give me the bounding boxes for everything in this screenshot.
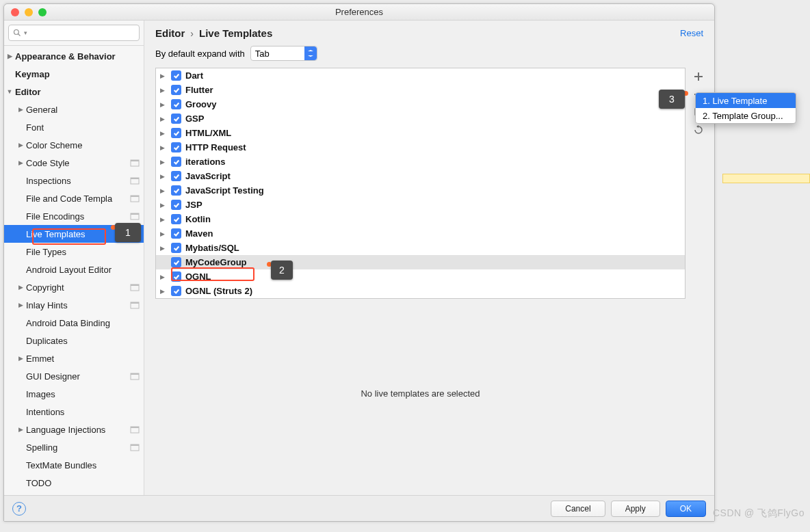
preferences-window: Preferences ▾ Appearance & BehaviorKeyma… (3, 3, 715, 522)
expand-arrow-icon: ▶ (160, 187, 167, 194)
tree-item-images[interactable]: Images (4, 385, 144, 403)
add-button[interactable] (691, 69, 706, 84)
group-checkbox[interactable] (171, 99, 181, 109)
tree-item-label: Keymap (15, 69, 50, 79)
tree-item-label: Inlay Hints (26, 300, 68, 310)
expand-arrow-icon: ▶ (160, 230, 167, 237)
tree-item-copyright[interactable]: Copyright (4, 278, 144, 296)
tree-item-label: Copyright (26, 282, 64, 293)
group-row-kotlin[interactable]: ▶Kotlin (156, 212, 685, 226)
tree-item-label: Intentions (26, 407, 64, 417)
group-row-ognl-struts-2-[interactable]: ▶OGNL (Struts 2) (156, 284, 685, 298)
svg-rect-13 (131, 284, 139, 286)
group-checkbox[interactable] (171, 228, 181, 239)
group-row-ognl[interactable]: ▶OGNL (156, 269, 685, 284)
group-checkbox[interactable] (171, 157, 181, 167)
template-groups-list[interactable]: ▶Dart▶Flutter▶Groovy▶GSP▶HTML/XML▶HTTP R… (155, 68, 685, 299)
group-checkbox[interactable] (171, 200, 181, 210)
group-checkbox[interactable] (171, 214, 181, 224)
tree-item-label: Android Layout Editor (26, 265, 112, 275)
project-config-icon (130, 300, 140, 310)
group-row-flutter[interactable]: ▶Flutter (156, 83, 685, 97)
tree-item-font[interactable]: Font (4, 118, 144, 136)
tree-item-textmate-bundles[interactable]: TextMate Bundles (4, 456, 144, 474)
tree-item-general[interactable]: General (4, 101, 144, 118)
tree-item-inspections[interactable]: Inspections (4, 172, 144, 189)
group-row-http-request[interactable]: ▶HTTP Request (156, 140, 685, 155)
group-checkbox[interactable] (171, 185, 181, 196)
tree-item-label: Emmet (26, 354, 54, 364)
menu-item-live-template[interactable]: 1. Live Template (696, 93, 796, 108)
tree-item-spelling[interactable]: Spelling (4, 438, 144, 456)
group-row-mycodegroup[interactable]: MyCodeGroup (156, 255, 685, 269)
tree-item-language-injections[interactable]: Language Injections (4, 421, 144, 438)
tree-item-todo[interactable]: TODO (4, 474, 144, 492)
tree-item-file-types[interactable]: File Types (4, 243, 144, 261)
tree-item-label: TextMate Bundles (26, 460, 96, 470)
revert-button[interactable] (691, 122, 706, 137)
tree-item-label: Live Templates (26, 229, 85, 239)
expand-with-combo[interactable]: Tab (250, 46, 317, 61)
apply-button[interactable]: Apply (611, 501, 660, 517)
group-checkbox[interactable] (171, 243, 181, 253)
tree-item-label: Appearance & Behavior (15, 51, 116, 62)
search-icon (13, 29, 21, 37)
group-row-javascript-testing[interactable]: ▶JavaScript Testing (156, 183, 685, 198)
search-input[interactable]: ▾ (8, 25, 140, 41)
tree-item-emmet[interactable]: Emmet (4, 349, 144, 367)
group-checkbox[interactable] (171, 257, 181, 267)
tree-item-label: TODO (26, 478, 51, 488)
group-row-groovy[interactable]: ▶Groovy (156, 97, 685, 111)
group-name: GSP (185, 114, 204, 124)
menu-item-template-group[interactable]: 2. Template Group... (696, 108, 796, 123)
expand-label: By default expand with (155, 49, 245, 59)
tree-item-editor[interactable]: Editor (4, 83, 144, 101)
tree-item-code-style[interactable]: Code Style (4, 154, 144, 172)
group-checkbox[interactable] (171, 70, 181, 81)
tree-item-color-scheme[interactable]: Color Scheme (4, 136, 144, 154)
group-checkbox[interactable] (171, 128, 181, 138)
callout-2: 2 (271, 261, 293, 280)
group-row-dart[interactable]: ▶Dart (156, 68, 685, 83)
cancel-button[interactable]: Cancel (551, 501, 605, 517)
group-row-javascript[interactable]: ▶JavaScript (156, 169, 685, 183)
project-config-icon (130, 211, 140, 221)
group-row-iterations[interactable]: ▶iterations (156, 155, 685, 169)
tree-item-label: Color Scheme (26, 140, 82, 150)
group-row-html-xml[interactable]: ▶HTML/XML (156, 126, 685, 140)
tree-item-gui-designer[interactable]: GUI Designer (4, 367, 144, 385)
expand-arrow-icon: ▶ (160, 288, 167, 295)
tree-item-android-data-binding[interactable]: Android Data Binding (4, 314, 144, 332)
project-config-icon (130, 176, 140, 185)
group-checkbox[interactable] (171, 286, 181, 296)
tree-item-file-and-code-templa[interactable]: File and Code Templa (4, 189, 144, 207)
group-checkbox[interactable] (171, 114, 181, 124)
svg-rect-21 (131, 444, 139, 446)
project-config-icon (130, 158, 140, 168)
breadcrumb-root[interactable]: Editor (155, 27, 185, 39)
project-config-icon (130, 282, 140, 292)
group-row-gsp[interactable]: ▶GSP (156, 111, 685, 126)
tree-item-inlay-hints[interactable]: Inlay Hints (4, 296, 144, 314)
svg-rect-9 (131, 213, 139, 215)
tree-item-appearance-behavior[interactable]: Appearance & Behavior (4, 47, 144, 65)
group-row-jsp[interactable]: ▶JSP (156, 198, 685, 212)
help-button[interactable]: ? (12, 502, 26, 516)
svg-point-0 (14, 30, 19, 35)
group-row-maven[interactable]: ▶Maven (156, 226, 685, 241)
reset-link[interactable]: Reset (680, 28, 703, 38)
group-checkbox[interactable] (171, 85, 181, 95)
expand-arrow-icon: ▶ (160, 101, 167, 108)
group-row-mybatis-sql[interactable]: ▶Mybatis/SQL (156, 241, 685, 255)
ok-button[interactable]: OK (666, 501, 706, 517)
tree-item-keymap[interactable]: Keymap (4, 65, 144, 83)
svg-rect-17 (131, 373, 139, 375)
empty-detail-text: No live templates are selected (155, 299, 685, 488)
group-checkbox[interactable] (171, 171, 181, 181)
tree-item-intentions[interactable]: Intentions (4, 403, 144, 421)
group-name: OGNL (185, 271, 211, 282)
tree-item-android-layout-editor[interactable]: Android Layout Editor (4, 261, 144, 278)
group-checkbox[interactable] (171, 271, 181, 282)
group-checkbox[interactable] (171, 142, 181, 152)
tree-item-duplicates[interactable]: Duplicates (4, 332, 144, 349)
